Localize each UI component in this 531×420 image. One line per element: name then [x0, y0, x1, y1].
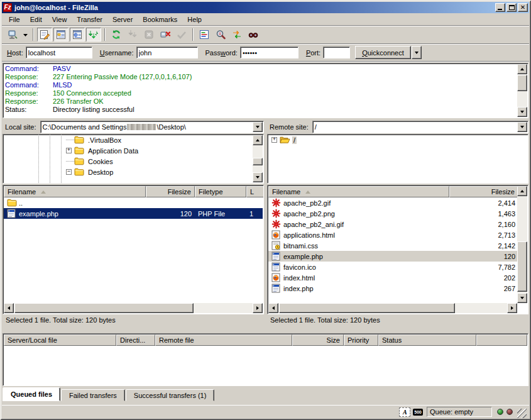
minimize-button[interactable] — [495, 3, 505, 12]
close-button[interactable]: ✕ — [518, 3, 528, 12]
file-row-example-php[interactable]: example.php120PHP File1 — [4, 208, 263, 219]
column-header-filename[interactable]: Filename — [268, 186, 449, 197]
file-row-apache-pb2-png[interactable]: apache_pb2.png1,463 — [268, 208, 517, 219]
find-files-button[interactable] — [246, 28, 261, 41]
scroll-down-button[interactable] — [517, 293, 527, 303]
file-row-apache-pb2-ani-gif[interactable]: apache_pb2_ani.gif2,160 — [268, 219, 517, 229]
tree-item-cookies[interactable]: Cookies — [3, 156, 253, 167]
file-row-bitnami-css[interactable]: bitnami.css2,142 — [268, 240, 517, 251]
pane-splitter[interactable] — [264, 121, 267, 328]
tab-queued-files[interactable]: Queued files — [3, 387, 60, 401]
local-path-combobox[interactable]: C:\Documents and Settings\Desktop\ — [40, 121, 264, 133]
scroll-right-button[interactable] — [253, 303, 263, 313]
data-type-indicator-icon[interactable]: A — [399, 407, 410, 417]
scroll-thumb[interactable] — [517, 75, 527, 91]
scroll-thumb[interactable] — [253, 158, 263, 165]
port-input[interactable] — [323, 47, 350, 58]
column-header-label: Filename — [8, 188, 36, 196]
log-line-text: PASV — [53, 65, 71, 73]
file-size: 120 — [449, 253, 517, 260]
menu-view[interactable]: View — [47, 14, 72, 25]
column-header-filesize[interactable]: Filesize — [146, 186, 195, 197]
scroll-thumb[interactable] — [517, 241, 527, 292]
queue-column-server-local-file[interactable]: Server/Local file — [4, 334, 116, 346]
tree-item--virtualbox[interactable]: .VirtualBox — [3, 135, 253, 145]
file-row-applications-html[interactable]: applications.html2,713 — [268, 229, 517, 240]
filter-icon — [199, 29, 210, 40]
sync-browsing-button[interactable] — [229, 28, 244, 41]
quickconnect-dropdown[interactable] — [412, 46, 422, 59]
maximize-button[interactable] — [506, 3, 517, 12]
column-header-filesize[interactable]: Filesize — [449, 186, 518, 197]
queue-column-size[interactable]: Size — [292, 334, 344, 346]
tree-expander-icon[interactable]: + — [271, 137, 277, 143]
local-path-dropdown[interactable] — [253, 122, 263, 132]
column-header-filename[interactable]: Filename — [4, 186, 146, 197]
resize-grip[interactable] — [517, 409, 527, 418]
username-input[interactable] — [136, 47, 198, 58]
file-row-example-php[interactable]: example.php120 — [268, 251, 517, 262]
file-row-index-html[interactable]: index.html202 — [268, 272, 517, 283]
tree-expander-icon[interactable]: − — [66, 169, 72, 175]
queue-column-remote-file[interactable]: Remote file — [155, 334, 292, 346]
menu-help[interactable]: Help — [182, 14, 207, 25]
toggle-message-log-button[interactable] — [37, 28, 52, 41]
file-name: apache_pb2_ani.gif — [268, 219, 449, 229]
scroll-down-button[interactable] — [517, 107, 527, 117]
scroll-up-button[interactable] — [517, 64, 527, 74]
scroll-left-button[interactable] — [268, 303, 278, 313]
directory-comparison-button[interactable] — [213, 28, 228, 41]
toggle-remote-tree-button[interactable] — [70, 28, 85, 41]
remote-path-combobox[interactable]: / — [312, 121, 528, 133]
file-row--[interactable]: .. — [4, 197, 263, 208]
queue-column-priority[interactable]: Priority — [344, 334, 378, 346]
file-row-apache-pb2-gif[interactable]: apache_pb2.gif2,414 — [268, 197, 517, 208]
scroll-thumb[interactable] — [14, 303, 194, 313]
refresh-button[interactable] — [109, 28, 124, 41]
quickconnect-button[interactable]: Quickconnect — [355, 46, 411, 59]
queue-column-directi-[interactable]: Directi... — [116, 334, 155, 346]
site-manager-dropdown[interactable] — [21, 28, 30, 41]
scroll-thumb[interactable] — [279, 303, 455, 313]
password-input[interactable] — [240, 47, 298, 58]
column-header-filetype[interactable]: Filetype — [195, 186, 246, 197]
menu-bookmarks[interactable]: Bookmarks — [138, 14, 182, 25]
toggle-queue-button[interactable] — [86, 28, 101, 41]
scroll-up-button[interactable] — [517, 186, 527, 196]
file-row-favicon-ico[interactable]: favicon.ico7,782 — [268, 262, 517, 272]
menu-edit[interactable]: Edit — [25, 14, 47, 25]
tree-expander-icon[interactable]: + — [66, 148, 72, 153]
host-input[interactable] — [26, 47, 92, 58]
menu-transfer[interactable]: Transfer — [72, 14, 107, 25]
queue-column-status[interactable]: Status — [378, 334, 476, 346]
tab-successful-transfers-1-[interactable]: Successful transfers (1) — [126, 389, 215, 401]
open-site-manager-button[interactable] — [5, 28, 20, 41]
log-scrollbar[interactable] — [517, 64, 527, 117]
tree-item-desktop[interactable]: −Desktop — [3, 167, 253, 177]
file-row-index-php[interactable]: index.php267 — [268, 283, 517, 294]
scroll-up-button[interactable] — [253, 135, 263, 145]
tab-failed-transfers[interactable]: Failed transfers — [61, 389, 125, 401]
scroll-right-button[interactable] — [507, 303, 517, 313]
tree-item-root[interactable]: +/ — [268, 135, 528, 145]
file-name: bitnami.css — [268, 241, 449, 250]
reconnect-button[interactable] — [174, 28, 189, 41]
local-list-hscrollbar[interactable] — [4, 303, 263, 313]
cancel-operation-button[interactable] — [141, 28, 156, 41]
speed-limit-icon[interactable]: 500 — [413, 409, 423, 416]
remote-list-hscrollbar[interactable] — [268, 303, 517, 313]
remote-path-dropdown[interactable] — [517, 122, 527, 132]
filter-button[interactable] — [197, 28, 212, 41]
local-tree-scrollbar[interactable] — [253, 135, 263, 182]
menu-server[interactable]: Server — [107, 14, 138, 25]
tree-item-application-data[interactable]: +Application Data — [3, 145, 253, 156]
remote-list-vscrollbar[interactable] — [517, 186, 527, 303]
menu-file[interactable]: File — [4, 14, 25, 25]
scroll-left-button[interactable] — [4, 303, 14, 313]
scroll-down-button[interactable] — [253, 172, 263, 182]
toggle-local-tree-button[interactable] — [53, 28, 68, 41]
apache-icon — [271, 209, 282, 218]
disconnect-button[interactable] — [158, 28, 173, 41]
column-header-l[interactable]: L — [246, 186, 264, 197]
process-queue-button[interactable] — [125, 28, 140, 41]
